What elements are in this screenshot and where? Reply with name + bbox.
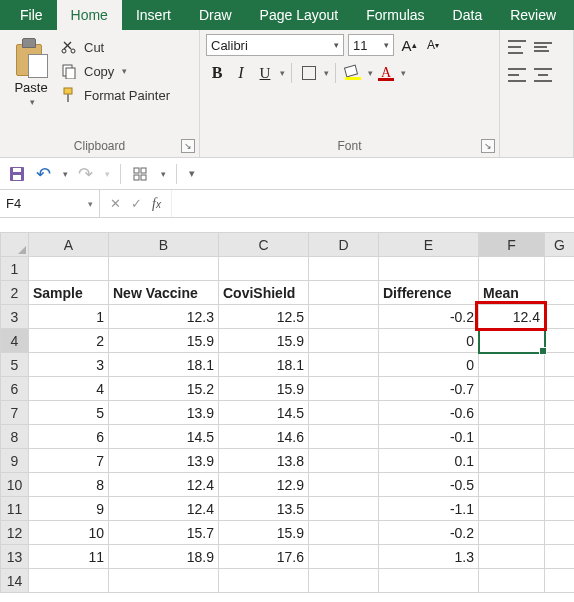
cell-C10[interactable]: 12.9 (219, 473, 309, 497)
cell-A7[interactable]: 5 (29, 401, 109, 425)
col-header-E[interactable]: E (379, 233, 479, 257)
font-color-dropdown-icon[interactable]: ▾ (401, 68, 406, 78)
row-header-2[interactable]: 2 (1, 281, 29, 305)
cell-C14[interactable] (219, 569, 309, 593)
align-left-button[interactable] (506, 64, 528, 86)
row-header-1[interactable]: 1 (1, 257, 29, 281)
font-launcher[interactable]: ↘ (481, 139, 495, 153)
cell-D6[interactable] (309, 377, 379, 401)
cut-button[interactable]: Cut (60, 38, 170, 56)
cell-A5[interactable]: 3 (29, 353, 109, 377)
cell-C1[interactable] (219, 257, 309, 281)
cell-F14[interactable] (479, 569, 545, 593)
cell-F12[interactable] (479, 521, 545, 545)
cell-B11[interactable]: 12.4 (109, 497, 219, 521)
cell-F7[interactable] (479, 401, 545, 425)
tab-insert[interactable]: Insert (122, 0, 185, 30)
cell-B3[interactable]: 12.3 (109, 305, 219, 329)
touch-mode-button[interactable] (131, 165, 149, 183)
font-size-combo[interactable]: 11▾ (348, 34, 394, 56)
cell-C5[interactable]: 18.1 (219, 353, 309, 377)
increase-font-size-button[interactable]: A▴ (398, 34, 420, 56)
cell-B5[interactable]: 18.1 (109, 353, 219, 377)
select-all-corner[interactable] (1, 233, 29, 257)
cell-C7[interactable]: 14.5 (219, 401, 309, 425)
decrease-font-size-button[interactable]: A▾ (422, 34, 444, 56)
row-header-6[interactable]: 6 (1, 377, 29, 401)
row-header-8[interactable]: 8 (1, 425, 29, 449)
cell-A9[interactable]: 7 (29, 449, 109, 473)
cell-D1[interactable] (309, 257, 379, 281)
cell-D12[interactable] (309, 521, 379, 545)
font-color-button[interactable]: A (375, 62, 397, 84)
clipboard-launcher[interactable]: ↘ (181, 139, 195, 153)
cell-E8[interactable]: -0.1 (379, 425, 479, 449)
cell-B12[interactable]: 15.7 (109, 521, 219, 545)
cell-G2[interactable] (545, 281, 575, 305)
cell-B1[interactable] (109, 257, 219, 281)
format-painter-button[interactable]: Format Painter (60, 86, 170, 104)
col-header-A[interactable]: A (29, 233, 109, 257)
row-header-7[interactable]: 7 (1, 401, 29, 425)
row-header-11[interactable]: 11 (1, 497, 29, 521)
col-header-C[interactable]: C (219, 233, 309, 257)
cell-B2[interactable]: New Vaccine (109, 281, 219, 305)
cell-A2[interactable]: Sample (29, 281, 109, 305)
tab-formulas[interactable]: Formulas (352, 0, 438, 30)
row-header-3[interactable]: 3 (1, 305, 29, 329)
paste-dropdown-icon[interactable]: ▾ (30, 97, 35, 107)
touch-dropdown-icon[interactable]: ▾ (161, 169, 166, 179)
cell-D11[interactable] (309, 497, 379, 521)
cell-A4[interactable]: 2 (29, 329, 109, 353)
cell-E7[interactable]: -0.6 (379, 401, 479, 425)
cell-F9[interactable] (479, 449, 545, 473)
cell-F4[interactable] (479, 329, 545, 353)
row-header-12[interactable]: 12 (1, 521, 29, 545)
cell-E6[interactable]: -0.7 (379, 377, 479, 401)
cell-C11[interactable]: 13.5 (219, 497, 309, 521)
cell-E1[interactable] (379, 257, 479, 281)
borders-button[interactable] (298, 62, 320, 84)
align-top-button[interactable] (506, 36, 528, 58)
cell-E10[interactable]: -0.5 (379, 473, 479, 497)
tab-page-layout[interactable]: Page Layout (246, 0, 353, 30)
cell-E2[interactable]: Difference (379, 281, 479, 305)
cell-G8[interactable] (545, 425, 575, 449)
copy-button[interactable]: Copy ▾ (60, 62, 170, 80)
cell-G11[interactable] (545, 497, 575, 521)
undo-button[interactable]: ↶ (36, 163, 51, 185)
cell-E13[interactable]: 1.3 (379, 545, 479, 569)
paste-button[interactable]: Paste ▾ (6, 34, 56, 137)
formula-input[interactable] (172, 190, 574, 217)
borders-dropdown-icon[interactable]: ▾ (324, 68, 329, 78)
cell-A13[interactable]: 11 (29, 545, 109, 569)
customize-qat-button[interactable]: ▾ (189, 167, 195, 180)
fx-icon[interactable]: fx (152, 196, 161, 212)
cell-D5[interactable] (309, 353, 379, 377)
row-header-4[interactable]: 4 (1, 329, 29, 353)
cell-A12[interactable]: 10 (29, 521, 109, 545)
cell-G10[interactable] (545, 473, 575, 497)
cell-G5[interactable] (545, 353, 575, 377)
cell-F1[interactable] (479, 257, 545, 281)
cell-E12[interactable]: -0.2 (379, 521, 479, 545)
cell-A11[interactable]: 9 (29, 497, 109, 521)
cell-G4[interactable] (545, 329, 575, 353)
cell-G12[interactable] (545, 521, 575, 545)
cell-D9[interactable] (309, 449, 379, 473)
cell-F8[interactable] (479, 425, 545, 449)
italic-button[interactable]: I (230, 62, 252, 84)
cell-D10[interactable] (309, 473, 379, 497)
cell-B8[interactable]: 14.5 (109, 425, 219, 449)
cell-C2[interactable]: CoviShield (219, 281, 309, 305)
tab-home[interactable]: Home (57, 0, 122, 30)
copy-dropdown-icon[interactable]: ▾ (122, 66, 127, 76)
cell-C13[interactable]: 17.6 (219, 545, 309, 569)
save-button[interactable] (8, 165, 26, 183)
underline-dropdown-icon[interactable]: ▾ (280, 68, 285, 78)
cell-A3[interactable]: 1 (29, 305, 109, 329)
cell-A1[interactable] (29, 257, 109, 281)
cell-C3[interactable]: 12.5 (219, 305, 309, 329)
cell-F6[interactable] (479, 377, 545, 401)
col-header-B[interactable]: B (109, 233, 219, 257)
